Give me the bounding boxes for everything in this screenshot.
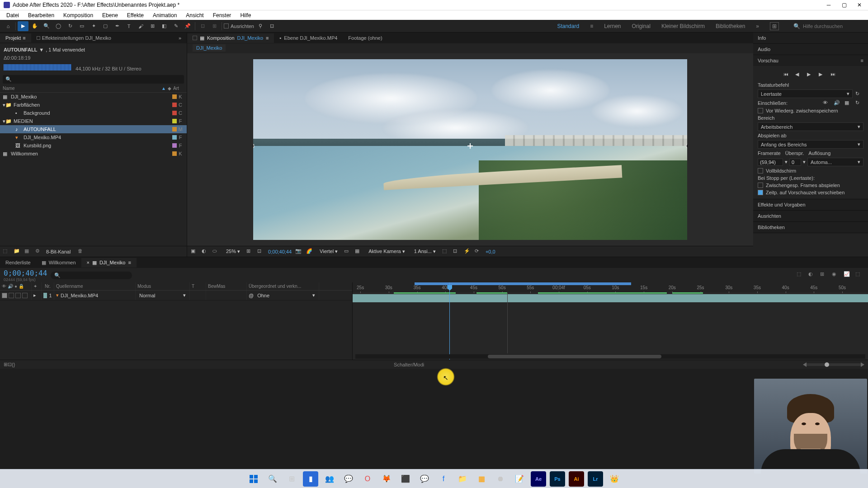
- workspace-overflow-icon[interactable]: »: [756, 23, 759, 29]
- layer-name[interactable]: DJI_Mexiko.MP4: [61, 293, 98, 298]
- panel-bibliotheken[interactable]: Bibliotheken: [753, 222, 868, 233]
- menu-datei[interactable]: Datei: [2, 11, 24, 19]
- panel-vorschau[interactable]: Vorschau≡: [753, 55, 868, 66]
- reset-icon[interactable]: ↻: [855, 91, 863, 97]
- brush-tool[interactable]: 🖌: [135, 21, 146, 31]
- shortcut-dropdown[interactable]: Leertaste▾: [758, 89, 853, 98]
- blend-mode-dropdown[interactable]: Normal▾: [137, 292, 188, 298]
- tab-komposition[interactable]: ▦ Komposition DJI_Mexiko ≡: [187, 33, 274, 43]
- panel-effekte-vorgaben[interactable]: Effekte und Vorgaben: [753, 199, 868, 210]
- parent-dropdown[interactable]: Ohne▾: [255, 292, 317, 298]
- taskbar-taskview-icon[interactable]: ⊞: [284, 471, 299, 487]
- interpret-icon[interactable]: ⬚: [3, 248, 10, 255]
- menu-bearbeiten[interactable]: Bearbeiten: [24, 11, 59, 19]
- tab-effekteinstellungen[interactable]: Effekteinstellungen DJI_Mexiko »: [31, 33, 187, 42]
- menu-ansicht[interactable]: Ansicht: [181, 11, 208, 19]
- eraser-tool[interactable]: ◧: [159, 21, 170, 31]
- bit-depth[interactable]: 8-Bit-Kanal: [46, 249, 71, 254]
- cache-checkbox[interactable]: [758, 108, 763, 113]
- selection-tool[interactable]: ▶: [18, 21, 28, 31]
- next-frame-button[interactable]: ▶: [819, 71, 826, 79]
- sort-icon[interactable]: ▲: [161, 86, 166, 91]
- chevron-down-icon[interactable]: ▾: [785, 159, 788, 165]
- taskbar-app-icon[interactable]: ⬛: [398, 471, 413, 487]
- workspace-standard[interactable]: Standard: [557, 23, 579, 29]
- playfrom-dropdown[interactable]: Anfang des Bereichs▾: [758, 140, 863, 149]
- current-timecode[interactable]: 0;00;40;44: [4, 269, 47, 277]
- frame-blend-icon[interactable]: ⊞: [820, 271, 829, 279]
- taskbar-opera-icon[interactable]: O: [360, 471, 375, 487]
- menu-fenster[interactable]: Fenster: [208, 11, 236, 19]
- layer-bar[interactable]: [353, 294, 868, 302]
- pen-tool[interactable]: ✒: [112, 21, 123, 31]
- color-mgmt-icon[interactable]: 🌈: [306, 248, 313, 255]
- panel-audio[interactable]: Audio: [753, 44, 868, 55]
- project-tree[interactable]: ▦DJI_MexikoK ▾📁FarbflächenC ▪BackgroundC…: [0, 93, 187, 246]
- cachedframes-checkbox[interactable]: [758, 183, 763, 188]
- taskbar-whatsapp-icon[interactable]: 💬: [341, 471, 356, 487]
- timeline-icon[interactable]: ⟳: [475, 248, 482, 255]
- taskbar-teams-icon[interactable]: 👥: [322, 471, 337, 487]
- last-frame-button[interactable]: ⏭: [830, 71, 838, 79]
- composition-viewer[interactable]: [187, 53, 753, 246]
- col-name[interactable]: Name: [3, 86, 161, 91]
- resolution-dropdown[interactable]: Viertel ▾: [317, 248, 340, 255]
- help-search[interactable]: 🔍: [790, 22, 865, 30]
- preview-res-dropdown[interactable]: Automa...▾: [807, 158, 863, 166]
- tree-item-background[interactable]: ▪BackgroundC: [0, 109, 187, 117]
- taskbar-files-icon[interactable]: 📁: [455, 471, 470, 487]
- toggle-modes-icon[interactable]: ⊡: [8, 361, 12, 367]
- taskbar-messenger-icon[interactable]: 💬: [417, 471, 432, 487]
- playhead[interactable]: [449, 282, 450, 360]
- tab-willkommen[interactable]: ▦Willkommen: [36, 258, 81, 267]
- brackets-icon[interactable]: {}: [12, 362, 15, 367]
- time-ruler[interactable]: 25s 30s 35s 40s 45s 50s 55s 00;04f 05s 1…: [353, 282, 868, 293]
- workspace-bibliotheken[interactable]: Bibliotheken: [716, 23, 745, 29]
- zoom-slider[interactable]: [807, 363, 861, 366]
- help-search-input[interactable]: [803, 23, 862, 29]
- transparency-icon[interactable]: ▦: [355, 248, 362, 255]
- zoom-dropdown[interactable]: 25% ▾: [223, 248, 243, 255]
- maximize-button[interactable]: ▢: [841, 2, 847, 8]
- tree-item-farbflaechen[interactable]: ▾📁FarbflächenC: [0, 101, 187, 109]
- disclosure-icon[interactable]: ▸: [33, 292, 36, 298]
- tab-projekt[interactable]: Projekt≡: [0, 33, 31, 42]
- taskbar-ae-icon[interactable]: Ae: [531, 471, 546, 487]
- hand-tool[interactable]: ✋: [29, 21, 40, 31]
- snap-grid-icon[interactable]: ⊡: [267, 21, 278, 31]
- channel-icon[interactable]: ◐: [202, 248, 209, 255]
- panel-ausrichten[interactable]: Ausrichten: [753, 211, 868, 221]
- motion-blur-icon[interactable]: ◉: [832, 271, 841, 279]
- graph-icon[interactable]: 📈: [844, 271, 853, 279]
- views-dropdown[interactable]: 1 Ansi... ▾: [411, 248, 439, 255]
- movetime-checkbox[interactable]: [758, 190, 763, 195]
- viewer-time[interactable]: 0;00;40;44: [268, 249, 292, 254]
- fast-preview-icon[interactable]: ⚡: [464, 248, 471, 255]
- snap-options-icon[interactable]: ⚲: [255, 21, 266, 31]
- camera-tool[interactable]: ▭: [76, 21, 87, 31]
- mesh-icon[interactable]: ⊡: [197, 21, 208, 31]
- text-tool[interactable]: T: [123, 21, 134, 31]
- anchor-tool[interactable]: ✦: [88, 21, 99, 31]
- roto-tool[interactable]: ✎: [170, 21, 181, 31]
- timeline-tracks[interactable]: 25s 30s 35s 40s 45s 50s 55s 00;04f 05s 1…: [353, 282, 868, 360]
- range-dropdown[interactable]: Arbeitsbereich▾: [758, 122, 863, 131]
- new-comp-icon[interactable]: ▦: [24, 248, 32, 255]
- menu-ebene[interactable]: Ebene: [98, 11, 123, 19]
- tab-timeline-comp[interactable]: ×▦DJI_Mexiko≡: [81, 258, 137, 267]
- tree-item-autounfall[interactable]: ♪AUTOUNFALLM: [0, 125, 187, 133]
- col-label-icon[interactable]: ◆: [166, 86, 173, 91]
- selection-handle[interactable]: [253, 144, 254, 148]
- minimize-button[interactable]: ─: [826, 2, 832, 8]
- chevron-down-icon[interactable]: ▼: [39, 47, 44, 52]
- project-search[interactable]: 🔍: [3, 75, 184, 84]
- panel-info[interactable]: Info: [753, 33, 868, 43]
- overlay-include-icon[interactable]: ▦: [844, 100, 853, 106]
- stamp-tool[interactable]: ⊞: [147, 21, 158, 31]
- lock-icon[interactable]: [193, 36, 197, 40]
- orbit-tool[interactable]: ◯: [53, 21, 64, 31]
- play-button[interactable]: ▶: [807, 71, 814, 79]
- taskbar-obs-icon[interactable]: ⏺: [493, 471, 508, 487]
- workspace-lernen[interactable]: Lernen: [604, 23, 621, 29]
- skip-input[interactable]: [789, 159, 801, 166]
